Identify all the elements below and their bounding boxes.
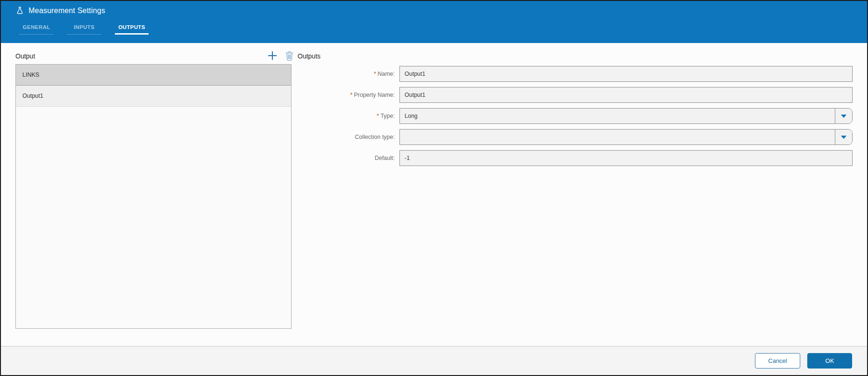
caret-down-icon (841, 136, 847, 139)
name-label: *Name: (263, 66, 395, 82)
outputs-form-heading: Outputs (298, 52, 320, 60)
plus-icon (267, 50, 278, 61)
caret-down-icon (841, 115, 847, 118)
output-list-heading: Output (15, 52, 35, 60)
type-label: *Type: (263, 108, 395, 124)
default-field-wrap (399, 150, 853, 166)
collection-type-dropdown (399, 129, 853, 145)
type-field-wrap (399, 108, 853, 124)
default-input[interactable] (399, 150, 853, 166)
property-name-label: *Property Name: (263, 87, 395, 103)
dialog-content: Output LINKS Output1 Outputs *Name: (1, 43, 867, 347)
collection-type-dropdown-button[interactable] (835, 130, 852, 145)
type-dropdown-value[interactable] (400, 108, 835, 123)
title-row: Measurement Settings (15, 6, 105, 15)
property-name-field-wrap (399, 87, 853, 103)
ok-button[interactable]: OK (807, 353, 852, 369)
trash-icon (285, 51, 294, 61)
list-item-output1[interactable]: Output1 (16, 86, 291, 107)
type-dropdown-button[interactable] (835, 108, 852, 123)
dialog-title: Measurement Settings (28, 7, 105, 15)
default-label: Default: (263, 150, 395, 166)
add-output-button[interactable] (265, 49, 279, 63)
delete-output-button[interactable] (283, 50, 295, 62)
name-input[interactable] (399, 66, 853, 82)
tab-bar: GENERAL INPUTS OUTPUTS (20, 21, 149, 35)
name-field-wrap (399, 66, 853, 82)
tab-general[interactable]: GENERAL (20, 21, 53, 35)
required-asterisk: * (377, 112, 379, 119)
tab-outputs[interactable]: OUTPUTS (115, 21, 149, 35)
collection-type-field-wrap (399, 129, 853, 145)
required-asterisk: * (350, 91, 352, 98)
output-list: LINKS Output1 (15, 64, 292, 329)
required-asterisk: * (374, 70, 376, 77)
cancel-button[interactable]: Cancel (755, 353, 800, 369)
collection-type-dropdown-value[interactable] (400, 130, 835, 145)
collection-type-label: Collection type: (263, 129, 395, 145)
list-item-links[interactable]: LINKS (16, 65, 291, 86)
dialog-footer: Cancel OK (1, 346, 867, 375)
tab-inputs[interactable]: INPUTS (67, 21, 101, 35)
measurement-settings-dialog: Measurement Settings GENERAL INPUTS OUTP… (0, 0, 868, 376)
type-dropdown (399, 108, 853, 124)
dialog-header: Measurement Settings GENERAL INPUTS OUTP… (1, 1, 867, 43)
flask-icon (15, 6, 24, 15)
property-name-input[interactable] (399, 87, 853, 103)
